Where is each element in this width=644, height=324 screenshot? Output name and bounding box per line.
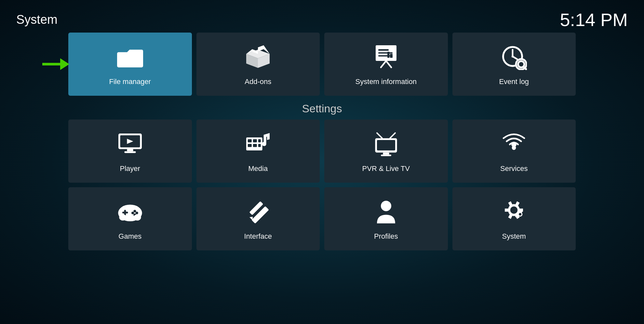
system-information-label: System information bbox=[356, 77, 417, 86]
svg-line-8 bbox=[381, 61, 386, 67]
page-title: System bbox=[16, 13, 58, 27]
media-label: Media bbox=[248, 164, 268, 173]
svg-line-9 bbox=[386, 61, 391, 67]
svg-point-49 bbox=[131, 212, 134, 214]
tile-system[interactable]: System bbox=[452, 187, 576, 250]
main-content: File manager Add-ons bbox=[68, 33, 576, 304]
svg-rect-26 bbox=[127, 149, 133, 151]
interface-label: Interface bbox=[244, 232, 272, 241]
tile-interface[interactable]: Interface bbox=[196, 187, 320, 250]
settings-row-2: Games Interface bbox=[68, 187, 576, 250]
services-icon bbox=[499, 129, 529, 159]
system-information-icon bbox=[371, 42, 401, 72]
profiles-icon bbox=[371, 197, 401, 226]
interface-icon bbox=[243, 197, 273, 226]
svg-point-57 bbox=[510, 206, 517, 214]
player-label: Player bbox=[120, 164, 140, 173]
event-log-icon bbox=[499, 42, 529, 72]
tile-services[interactable]: Services bbox=[452, 120, 576, 183]
top-row: File manager Add-ons bbox=[68, 33, 576, 96]
svg-rect-32 bbox=[253, 144, 257, 147]
add-ons-label: Add-ons bbox=[245, 77, 271, 86]
media-icon bbox=[243, 129, 273, 159]
svg-point-47 bbox=[133, 210, 136, 212]
file-manager-icon bbox=[115, 42, 145, 72]
tile-media[interactable]: Media bbox=[196, 120, 320, 183]
svg-rect-1 bbox=[117, 53, 142, 67]
pvr-live-tv-icon bbox=[371, 129, 401, 159]
svg-rect-39 bbox=[383, 152, 389, 154]
svg-rect-13 bbox=[390, 54, 393, 58]
tile-add-ons[interactable]: Add-ons bbox=[196, 33, 320, 96]
settings-section-label: Settings bbox=[68, 102, 576, 115]
svg-line-35 bbox=[377, 133, 382, 138]
profiles-label: Profiles bbox=[374, 232, 398, 241]
svg-rect-11 bbox=[378, 52, 393, 54]
svg-point-48 bbox=[136, 212, 138, 214]
player-icon bbox=[115, 129, 145, 159]
event-log-label: Event log bbox=[499, 77, 529, 86]
tile-profiles[interactable]: Profiles bbox=[324, 187, 448, 250]
svg-point-56 bbox=[381, 201, 391, 211]
tile-pvr-live-tv[interactable]: PVR & Live TV bbox=[324, 120, 448, 183]
add-ons-icon bbox=[243, 42, 273, 72]
games-label: Games bbox=[118, 232, 141, 241]
settings-row-1: Player Media bbox=[68, 120, 576, 183]
svg-rect-29 bbox=[248, 139, 252, 143]
tile-event-log[interactable]: Event log bbox=[452, 33, 576, 96]
svg-rect-38 bbox=[377, 140, 395, 150]
svg-rect-27 bbox=[124, 151, 136, 153]
svg-rect-33 bbox=[258, 139, 261, 143]
services-label: Services bbox=[500, 164, 528, 173]
svg-rect-30 bbox=[248, 144, 252, 147]
games-icon bbox=[115, 197, 145, 226]
pvr-live-tv-label: PVR & Live TV bbox=[362, 164, 410, 173]
svg-point-60 bbox=[519, 213, 521, 216]
svg-line-36 bbox=[390, 133, 395, 138]
arrow-head bbox=[60, 58, 69, 70]
svg-rect-34 bbox=[258, 144, 261, 147]
svg-point-43 bbox=[511, 142, 517, 147]
file-manager-label: File manager bbox=[109, 77, 151, 86]
svg-rect-31 bbox=[253, 139, 257, 143]
tile-player[interactable]: Player bbox=[68, 120, 192, 183]
svg-point-51 bbox=[119, 214, 126, 220]
tile-file-manager[interactable]: File manager bbox=[68, 33, 192, 96]
tile-games[interactable]: Games bbox=[68, 187, 192, 250]
arrow-line bbox=[42, 63, 60, 65]
arrow-indicator bbox=[42, 58, 69, 70]
svg-rect-40 bbox=[381, 155, 391, 156]
tile-system-information[interactable]: System information bbox=[324, 33, 448, 96]
svg-rect-10 bbox=[378, 49, 389, 51]
svg-rect-14 bbox=[387, 52, 389, 58]
system-icon bbox=[499, 197, 529, 226]
svg-point-19 bbox=[512, 55, 514, 57]
clock: 5:14 PM bbox=[560, 9, 628, 30]
svg-point-52 bbox=[134, 214, 141, 220]
system-label: System bbox=[502, 232, 526, 241]
